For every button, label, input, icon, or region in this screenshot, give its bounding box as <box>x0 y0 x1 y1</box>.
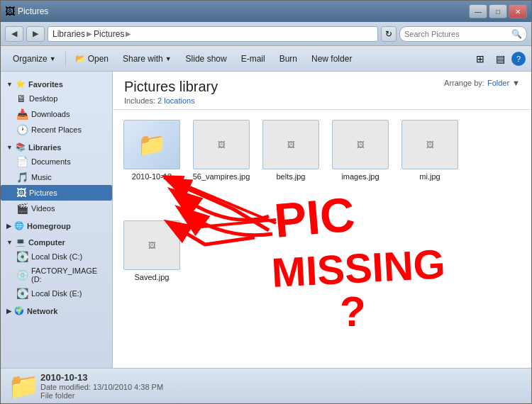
sidebar-item-factory-d[interactable]: 💿 FACTORY_IMAGE (D: <box>1 264 112 286</box>
window-controls: — □ ✕ <box>469 4 527 18</box>
arrange-by-label: Arrange by: <box>444 79 484 87</box>
belts-icon: 🖼 <box>287 140 295 149</box>
file-item-saved[interactable]: 🖼 Saved.jpg <box>120 218 184 284</box>
share-with-button[interactable]: Share with ▼ <box>116 49 178 69</box>
status-item-name: 2010-10-13 <box>40 372 163 383</box>
search-input[interactable] <box>404 30 509 38</box>
folder-thumb: 📁 <box>123 120 180 169</box>
desktop-label: Desktop <box>29 94 57 103</box>
maximize-button[interactable]: □ <box>489 4 507 18</box>
file-item-folder[interactable]: 📁 2010-10-13 <box>120 117 184 184</box>
path-sep-1: ▶ <box>87 30 92 38</box>
sidebar-item-local-c[interactable]: 💽 Local Disk (C:) <box>1 249 112 264</box>
favorites-label: Favorites <box>28 80 63 89</box>
sidebar-section-computer: ▼ 💻 Computer 💽 Local Disk (C:) 💿 FACTORY… <box>1 235 112 301</box>
mi-icon: 🖼 <box>426 140 434 149</box>
svg-text:MISSING: MISSING <box>270 240 446 296</box>
arrange-by: Arrange by: Folder ▼ <box>444 79 520 87</box>
folder-status-icon: 📁 <box>8 371 40 401</box>
arrange-chevron: ▼ <box>512 79 520 87</box>
minimize-button[interactable]: — <box>469 4 487 18</box>
search-icon: 🔍 <box>511 29 522 39</box>
sidebar-item-desktop[interactable]: 🖥 Desktop <box>1 91 112 106</box>
recent-places-label: Recent Places <box>31 125 82 134</box>
locations-link[interactable]: 2 locations <box>157 96 195 105</box>
music-icon: 🎵 <box>16 172 28 183</box>
svg-line-1 <box>201 220 276 227</box>
sidebar-header-computer[interactable]: ▼ 💻 Computer <box>1 235 112 249</box>
sidebar-section-network: ▶ 🌍 Network <box>1 304 112 318</box>
sidebar-header-favorites[interactable]: ▼ ⭐ Favorites <box>1 77 112 91</box>
file-item-vampires[interactable]: 🖼 56_vampires.jpg <box>189 117 253 184</box>
pictures-label: Pictures <box>29 189 57 197</box>
sidebar-item-pictures[interactable]: 🖼 Pictures <box>1 185 112 201</box>
window-title: Pictures <box>18 6 48 16</box>
computer-chevron: ▼ <box>6 239 13 246</box>
path-pictures: Pictures <box>94 29 124 39</box>
open-label: Open <box>88 54 109 64</box>
file-item-images[interactable]: 🖼 images.jpg <box>328 117 392 184</box>
help-button[interactable]: ? <box>511 52 526 66</box>
view-list-button[interactable]: ⊞ <box>472 51 489 67</box>
arrange-by-value[interactable]: Folder <box>487 79 509 87</box>
file-item-mi[interactable]: 🖼 mi.jpg <box>398 117 462 184</box>
belts-thumb: 🖼 <box>262 120 319 169</box>
sidebar-item-recent-places[interactable]: 🕐 Recent Places <box>1 122 112 138</box>
sidebar-item-downloads[interactable]: 📥 Downloads <box>1 106 112 122</box>
computer-icon: 💻 <box>16 237 26 247</box>
view-details-button[interactable]: ▤ <box>492 51 509 67</box>
slide-show-button[interactable]: Slide show <box>179 49 233 69</box>
share-chevron: ▼ <box>165 55 172 62</box>
sidebar-item-music[interactable]: 🎵 Music <box>1 169 112 185</box>
videos-label: Videos <box>31 204 55 213</box>
images-icon: 🖼 <box>357 140 365 149</box>
library-title: Pictures library <box>124 79 218 95</box>
forward-button[interactable]: ▶ <box>26 26 45 42</box>
burn-button[interactable]: Burn <box>273 49 304 69</box>
locations-count: 2 locations <box>157 96 195 105</box>
status-folder-icon: 📁 <box>8 374 33 399</box>
network-icon: 🌍 <box>14 306 24 315</box>
favorites-icon: ⭐ <box>16 79 26 89</box>
search-box[interactable]: 🔍 <box>399 26 527 42</box>
sidebar-section-favorites: ▼ ⭐ Favorites 🖥 Desktop 📥 Downloads 🕐 Re… <box>1 77 112 138</box>
new-folder-button[interactable]: New folder <box>305 49 358 69</box>
factory-d-icon: 💿 <box>16 269 28 281</box>
sidebar-item-videos[interactable]: 🎬 Videos <box>1 201 112 216</box>
sidebar-header-network[interactable]: ▶ 🌍 Network <box>1 304 112 318</box>
saved-thumb: 🖼 <box>123 220 180 270</box>
address-bar: ◀ ▶ Libraries ▶ Pictures ▶ ↻ 🔍 <box>1 22 531 46</box>
email-label: E-mail <box>241 54 265 64</box>
svg-text:?: ? <box>340 288 366 330</box>
computer-label: Computer <box>28 238 65 247</box>
organize-button[interactable]: Organize ▼ <box>6 49 62 69</box>
share-with-label: Share with <box>123 54 163 64</box>
homegroup-label: Homegroup <box>27 222 71 230</box>
toolbar-sep-1 <box>65 52 66 66</box>
file-item-belts[interactable]: 🖼 belts.jpg <box>259 117 323 184</box>
desktop-icon: 🖥 <box>16 93 26 104</box>
factory-d-label: FACTORY_IMAGE (D: <box>31 266 106 284</box>
sidebar-section-libraries: ▼ 📚 Libraries 📄 Documents 🎵 Music 🖼 Pict… <box>1 140 112 216</box>
open-button[interactable]: 📂 Open <box>69 49 115 69</box>
email-button[interactable]: E-mail <box>235 49 272 69</box>
files-grid: 📁 2010-10-13 🖼 56_vampires.jpg 🖼 belts.j… <box>113 110 531 368</box>
status-item-detail: Date modified: 13/10/2010 4:38 PM <box>40 383 163 391</box>
pic-missing-text: PIC MISSING ? <box>269 188 510 332</box>
sidebar-item-local-e[interactable]: 💽 Local Disk (E:) <box>1 286 112 301</box>
refresh-button[interactable]: ↻ <box>381 26 397 42</box>
status-text: 2010-10-13 Date modified: 13/10/2010 4:3… <box>40 372 163 400</box>
local-c-icon: 💽 <box>16 251 28 262</box>
burn-label: Burn <box>279 54 297 64</box>
address-path[interactable]: Libraries ▶ Pictures ▶ <box>48 26 378 42</box>
back-button[interactable]: ◀ <box>5 26 23 42</box>
sidebar-header-homegroup[interactable]: ▶ 🌐 Homegroup <box>1 219 112 232</box>
close-button[interactable]: ✕ <box>509 4 527 18</box>
sidebar-item-documents[interactable]: 📄 Documents <box>1 154 112 169</box>
documents-icon: 📄 <box>16 156 28 167</box>
saved-icon: 🖼 <box>148 241 156 249</box>
sidebar-header-libraries[interactable]: ▼ 📚 Libraries <box>1 140 112 154</box>
main-area: ▼ ⭐ Favorites 🖥 Desktop 📥 Downloads 🕐 Re… <box>1 72 531 368</box>
videos-icon: 🎬 <box>16 203 28 214</box>
libraries-icon: 📚 <box>16 142 26 152</box>
